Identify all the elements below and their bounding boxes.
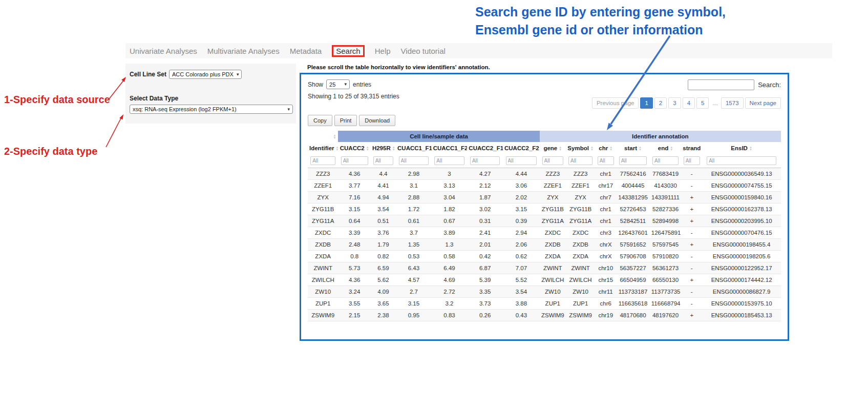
- cell-identifier: ZWINT: [308, 262, 338, 274]
- filter-input-cuacc2-f1[interactable]: [470, 156, 500, 165]
- cell-ensid: ENSG00000198205.6: [702, 251, 781, 262]
- column-header-ensid[interactable]: EnsID▲▼: [702, 143, 781, 154]
- cell-line-set-select[interactable]: ACC Colorado plus PDX ▾: [169, 70, 242, 79]
- table-row-zxda[interactable]: ZXDA0.80.820.530.580.420.62ZXDAZXDAchrX5…: [308, 251, 781, 262]
- filter-cell-cuacc2: [338, 154, 371, 168]
- blue-annotation: Search gene ID by entering gene symbol, …: [475, 3, 762, 39]
- column-header-strand[interactable]: strand▲▼: [681, 143, 702, 154]
- filter-input-end[interactable]: [652, 156, 679, 165]
- cell-strand: -: [681, 286, 702, 298]
- pagination-page-1573[interactable]: 1573: [721, 97, 744, 109]
- pagination: Previous page12345…1573Next page: [592, 97, 781, 109]
- cell-identifier: ZYX: [308, 192, 338, 203]
- filter-input-ensid[interactable]: [707, 156, 776, 165]
- cell-cuacc2-f2: 3.06: [503, 180, 540, 192]
- table-row-zxdc[interactable]: ZXDC3.393.763.73.892.412.94ZXDCZXDCchr31…: [308, 227, 781, 239]
- table-row-zzef1[interactable]: ZZEF13.774.413.13.132.123.06ZZEF1ZZEF1ch…: [308, 180, 781, 192]
- column-header-h295r[interactable]: H295R▲▼: [371, 143, 396, 154]
- group-header-identifier-annotation: Identifier annotation: [540, 131, 781, 143]
- table-row-zyx[interactable]: ZYX7.164.942.883.041.872.02ZYXZYXchr7143…: [308, 192, 781, 203]
- copy-button[interactable]: Copy: [308, 115, 332, 126]
- pagination-page-2[interactable]: 2: [654, 97, 667, 109]
- column-header-start[interactable]: start▲▼: [616, 143, 650, 154]
- column-header-cuacc2-f2[interactable]: CUACC2_F2▲▼: [503, 143, 540, 154]
- table-row-zyg11a[interactable]: ZYG11A0.640.510.610.670.310.39ZYG11AZYG1…: [308, 215, 781, 227]
- cell-identifier: ZXDA: [308, 251, 338, 262]
- pagination-next[interactable]: Next page: [745, 97, 781, 109]
- cell-start: 48170680: [616, 310, 650, 321]
- filter-input-identifier[interactable]: [310, 156, 335, 165]
- cell-ensid: ENSG00000074755.15: [702, 180, 781, 192]
- cell-identifier: ZYG11B: [308, 203, 338, 215]
- cell-cuacc2-f1: 0.42: [467, 251, 503, 262]
- column-header-cuacc2-f1[interactable]: CUACC2_F1▲▼: [467, 143, 503, 154]
- filter-input-chr[interactable]: [598, 156, 614, 165]
- cell-cuacc1-f1: 1.35: [396, 239, 432, 251]
- nav-item-help[interactable]: Help: [375, 47, 391, 55]
- pagination-page-1[interactable]: 1: [640, 97, 652, 109]
- filter-input-symbol[interactable]: [568, 156, 592, 165]
- cell-symbol: ZWILCH: [566, 274, 595, 286]
- filter-cell-cuacc2-f1: [467, 154, 503, 168]
- column-header-cuacc2[interactable]: CUACC2▲▼: [338, 143, 371, 154]
- filter-input-gene[interactable]: [542, 156, 564, 165]
- nav-item-multivariate-analyses[interactable]: Multivariate Analyses: [207, 47, 280, 55]
- cell-cuacc1-f1: 2.88: [396, 192, 432, 203]
- filter-input-cuacc1-f1[interactable]: [399, 156, 429, 165]
- cell-gene: ZYG11A: [540, 215, 566, 227]
- cell-cuacc2: 3.24: [338, 286, 371, 298]
- data-type-label: Select Data Type: [130, 95, 292, 102]
- cell-start: 57591652: [616, 239, 650, 251]
- pagination-page-5[interactable]: 5: [696, 97, 709, 109]
- filter-input-start[interactable]: [619, 156, 647, 165]
- table-row-zxdb[interactable]: ZXDB2.481.791.351.32.012.06ZXDBZXDBchrX5…: [308, 239, 781, 251]
- column-header-symbol[interactable]: Symbol▲▼: [566, 143, 595, 154]
- nav-item-search[interactable]: Search: [332, 45, 365, 57]
- table-row-zzz3[interactable]: ZZZ34.364.42.9834.274.44ZZZ3ZZZ3chr17756…: [308, 168, 781, 180]
- filter-input-cuacc2-f2[interactable]: [506, 156, 537, 165]
- nav-item-video-tutorial[interactable]: Video tutorial: [401, 47, 446, 55]
- cell-start: 66504959: [616, 274, 650, 286]
- cell-symbol: ZZZ3: [566, 168, 595, 180]
- filter-input-cuacc2[interactable]: [341, 156, 368, 165]
- cell-chr: chr15: [595, 274, 616, 286]
- table-row-zyg11b[interactable]: ZYG11B3.153.541.721.823.023.15ZYG11BZYG1…: [308, 203, 781, 215]
- cell-start: 57906708: [616, 251, 650, 262]
- table-row-zwilch[interactable]: ZWILCH4.365.624.574.695.395.52ZWILCHZWIL…: [308, 274, 781, 286]
- cell-gene: ZZZ3: [540, 168, 566, 180]
- table-row-zw10[interactable]: ZW103.244.092.72.723.353.54ZW10ZW10chr11…: [308, 286, 781, 298]
- download-button[interactable]: Download: [359, 115, 395, 126]
- cell-identifier: ZW10: [308, 286, 338, 298]
- search-input[interactable]: [688, 79, 754, 90]
- pagination-page-3[interactable]: 3: [668, 97, 681, 109]
- column-header-identifier[interactable]: Identifier▲▼: [308, 143, 338, 154]
- cell-cuacc2-f2: 2.06: [503, 239, 540, 251]
- column-header-end[interactable]: end▲▼: [650, 143, 681, 154]
- cell-start: 52842511: [616, 215, 650, 227]
- pagination-page-4[interactable]: 4: [683, 97, 695, 109]
- table-row-zwint[interactable]: ZWINT5.736.596.436.496.877.07ZWINTZWINTc…: [308, 262, 781, 274]
- filter-input-cuacc1-f2[interactable]: [434, 156, 464, 165]
- cell-cuacc2-f1: 2.01: [467, 239, 503, 251]
- column-header-gene[interactable]: gene▲▼: [540, 143, 566, 154]
- table-row-zswim9[interactable]: ZSWIM92.152.380.950.830.260.43ZSWIM9ZSWI…: [308, 310, 781, 321]
- column-header-cuacc1-f2[interactable]: CUACC1_F2▲▼: [432, 143, 468, 154]
- cell-h295r: 3.76: [371, 227, 396, 239]
- data-type-select[interactable]: xsq: RNA-seq Expression (log2 FPKM+1) ▾: [130, 105, 293, 114]
- table-row-zup1[interactable]: ZUP13.553.653.153.23.733.88ZUP1ZUP1chr61…: [308, 298, 781, 310]
- nav-item-metadata[interactable]: Metadata: [290, 47, 322, 55]
- cell-cuacc1-f1: 4.57: [396, 274, 432, 286]
- filter-input-h295r[interactable]: [373, 156, 394, 165]
- group-header-blank[interactable]: ▲▼: [308, 131, 338, 143]
- cell-chr: chr7: [595, 192, 616, 203]
- column-header-cuacc1-f1[interactable]: CUACC1_F1▲▼: [396, 143, 432, 154]
- cell-cuacc2: 3.55: [338, 298, 371, 310]
- filter-input-strand[interactable]: [684, 156, 700, 165]
- page-length-select[interactable]: 25 ▾: [326, 79, 350, 89]
- nav-item-univariate-analyses[interactable]: Univariate Analyses: [130, 47, 197, 55]
- cell-line-set-value: ACC Colorado plus PDX: [172, 71, 234, 77]
- print-button[interactable]: Print: [334, 115, 357, 126]
- cell-ensid: ENSG00000086827.9: [702, 286, 781, 298]
- pagination-previous[interactable]: Previous page: [592, 97, 639, 109]
- column-header-chr[interactable]: chr▲▼: [595, 143, 616, 154]
